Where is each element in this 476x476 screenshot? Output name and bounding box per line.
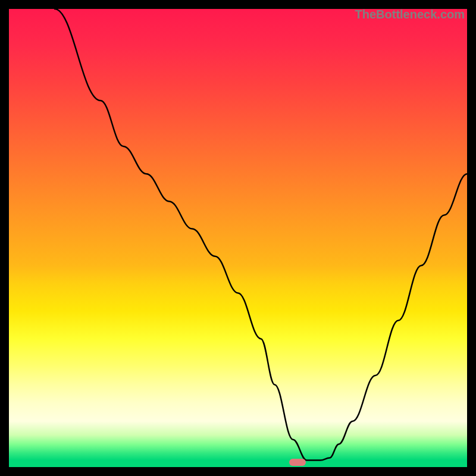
bottleneck-curve: [9, 9, 467, 467]
watermark-text: TheBottleneck.com: [355, 8, 465, 21]
plot-area: TheBottleneck.com: [9, 9, 467, 467]
optimal-point-marker: [289, 459, 306, 466]
chart-container: TheBottleneck.com: [0, 0, 476, 476]
